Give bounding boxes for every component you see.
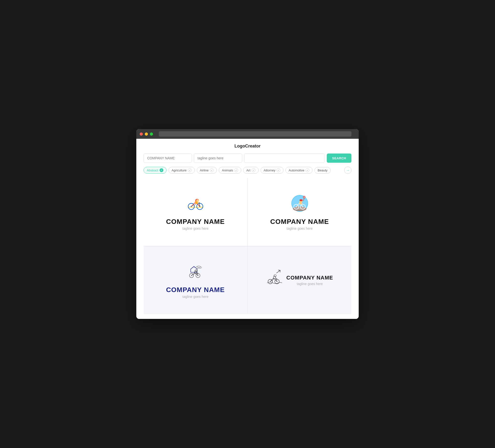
filter-label-art: Art: [246, 168, 250, 172]
svg-point-37: [197, 266, 201, 268]
logo-3-company: COMPANY NAME: [166, 286, 225, 294]
svg-point-13: [196, 199, 199, 202]
filter-label-abstract: Abstract: [147, 168, 158, 172]
svg-line-5: [191, 202, 195, 207]
check-icon-art: ✓: [252, 168, 255, 172]
check-icon-airline: ✓: [210, 168, 214, 172]
check-icon-automotive: ✓: [305, 168, 309, 172]
browser-titlebar: [136, 129, 359, 139]
search-bar: SEARCH: [144, 154, 351, 163]
check-icon-agriculture: ✓: [188, 168, 192, 172]
app-title: LogoCreator: [234, 144, 261, 148]
filter-chip-animals[interactable]: Animals ✓: [219, 167, 241, 174]
svg-point-31: [300, 199, 302, 201]
tagline-input[interactable]: [194, 154, 242, 163]
svg-point-34: [303, 196, 305, 198]
logo-grid: COMPANY NAME tagline goes here: [144, 178, 351, 314]
browser-window: LogoCreator SEARCH Abstract ✓ Agricultur…: [136, 129, 359, 319]
logo-1-company: COMPANY NAME: [166, 218, 225, 225]
logo-2-company: COMPANY NAME: [270, 218, 329, 225]
extra-input[interactable]: [244, 154, 325, 163]
filter-bar: Abstract ✓ Agriculture ✓ Airline ✓ Anima…: [144, 167, 351, 174]
app-content: LogoCreator SEARCH Abstract ✓ Agricultur…: [136, 139, 359, 319]
filter-chip-art[interactable]: Art ✓: [243, 167, 259, 174]
url-bar[interactable]: [159, 131, 351, 137]
svg-point-51: [195, 270, 197, 272]
filter-label-beauty: Beauty: [317, 168, 327, 172]
traffic-light-red[interactable]: [140, 132, 143, 136]
logo-icon-4: [266, 269, 283, 287]
logo-card-1[interactable]: COMPANY NAME tagline goes here: [144, 178, 247, 246]
filter-chip-attorney[interactable]: Attorney ✓: [261, 167, 284, 174]
filter-next-arrow[interactable]: →: [344, 167, 351, 174]
logo-4-tagline: tagline goes here: [286, 282, 333, 286]
logo-1-tagline: tagline goes here: [182, 226, 208, 230]
logo-icon-3: [186, 262, 205, 282]
logo-card-3[interactable]: COMPANY NAME tagline goes here: [144, 246, 247, 314]
logo-2-tagline: tagline goes here: [287, 226, 313, 230]
filter-label-airline: Airline: [200, 168, 209, 172]
filter-label-automotive: Automotive: [289, 168, 304, 172]
search-button[interactable]: SEARCH: [327, 154, 351, 163]
logo-icon-1: [186, 194, 205, 214]
filter-chip-airline[interactable]: Airline ✓: [197, 167, 217, 174]
svg-rect-0: [188, 207, 203, 208]
filter-label-attorney: Attorney: [264, 168, 275, 172]
logo-icon-2: [290, 194, 309, 214]
logo-card-2[interactable]: COMPANY NAME tagline goes here: [248, 178, 351, 246]
filter-chip-beauty[interactable]: Beauty: [315, 167, 330, 174]
filter-chip-abstract[interactable]: Abstract ✓: [144, 167, 166, 174]
svg-line-53: [276, 270, 280, 273]
filter-label-animals: Animals: [222, 168, 233, 172]
check-icon-animals: ✓: [234, 168, 238, 172]
app-header: LogoCreator: [144, 144, 351, 149]
traffic-light-yellow[interactable]: [145, 132, 148, 136]
check-icon-attorney: ✓: [276, 168, 280, 172]
traffic-light-green[interactable]: [150, 132, 153, 136]
filter-chip-automotive[interactable]: Automotive ✓: [286, 167, 313, 174]
filter-label-agriculture: Agriculture: [172, 168, 187, 172]
logo-card-4[interactable]: COMPANY NAME tagline goes here: [248, 246, 351, 314]
filter-chip-agriculture[interactable]: Agriculture ✓: [168, 167, 195, 174]
logo-4-text-group: COMPANY NAME tagline goes here: [286, 275, 333, 286]
company-name-input[interactable]: [144, 154, 192, 163]
logo-3-tagline: tagline goes here: [182, 295, 208, 299]
svg-point-64: [273, 276, 276, 279]
check-icon-abstract: ✓: [160, 168, 163, 172]
logo-4-company: COMPANY NAME: [286, 275, 333, 281]
